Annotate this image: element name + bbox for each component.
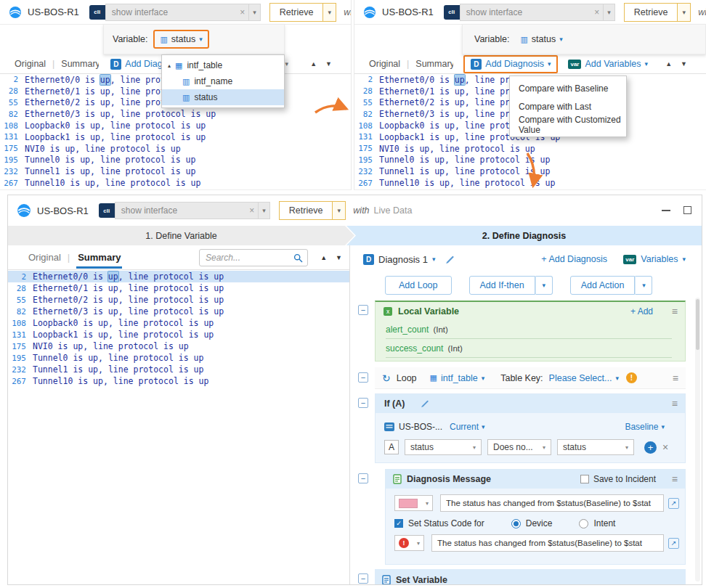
code-line[interactable]: 2Ethernet0/0 is up, line protocol is up <box>8 271 349 282</box>
scrollbar-thumb[interactable] <box>696 299 699 350</box>
menu-item[interactable]: Compare with Baseline <box>510 79 626 97</box>
code-line[interactable]: 195Tunnel0 is up, line protocol is up <box>0 155 351 166</box>
variable-select[interactable]: ▥ status ▾ <box>515 31 567 47</box>
add-variables-button[interactable]: var Add Variables ▾ <box>568 59 647 69</box>
add-action-caret-icon[interactable]: ▾ <box>635 276 652 295</box>
command-input[interactable]: show interface × ▾ <box>115 202 270 219</box>
code-line[interactable]: 108Loopback0 is up, line protocol is up <box>0 120 351 131</box>
collapse-icon[interactable]: − <box>358 305 368 315</box>
code-line[interactable]: 175NVI0 is up, line protocol is up <box>0 143 351 155</box>
right-operand-select[interactable]: status ▾ <box>557 439 634 455</box>
add-variable-link[interactable]: + Add <box>630 306 653 317</box>
code-line[interactable]: 267Tunnel10 is up, line protocol is up <box>8 375 349 387</box>
minimize-icon[interactable] <box>662 210 670 211</box>
loop-table-select[interactable]: ▦ intf_table ▾ <box>430 373 485 383</box>
retrieve-button[interactable]: Retrieve <box>269 3 324 22</box>
command-input[interactable]: show interface × ▾ <box>105 4 261 21</box>
code-line[interactable]: 175NVI0 is up, line protocol is up <box>354 143 706 155</box>
menu-item[interactable]: Compare with Last <box>510 97 626 115</box>
operator-select[interactable]: Does no... ▾ <box>487 439 551 455</box>
code-line[interactable]: 131Loopback1 is up, line protocol is up <box>0 131 351 143</box>
add-if-then-caret-icon[interactable]: ▾ <box>535 276 553 295</box>
collapse-icon[interactable]: − <box>358 398 368 408</box>
menu-handle-icon[interactable]: ≡ <box>672 399 678 409</box>
clear-icon[interactable]: × <box>246 205 258 216</box>
code-line[interactable]: 175NVI0 is up, line protocol is up <box>8 340 349 352</box>
variables-button[interactable]: var Variables ▾ <box>623 254 686 264</box>
next-match-icon[interactable]: ▼ <box>325 60 332 68</box>
tab-original[interactable]: Original <box>15 59 46 69</box>
step-define-diagnosis[interactable]: 2. Define Diagnosis <box>346 226 702 245</box>
maximize-icon[interactable] <box>683 206 691 214</box>
code-line[interactable]: 195Tunnel0 is up, line protocol is up <box>354 155 706 166</box>
add-variables-caret-icon[interactable]: ▾ <box>285 60 288 68</box>
code-line[interactable]: 232Tunnel1 is up, line protocol is up <box>8 364 349 375</box>
code-line[interactable]: 232Tunnel1 is up, line protocol is up <box>0 166 351 177</box>
variable-select[interactable]: ▥ status ▾ <box>153 30 208 49</box>
next-match-icon[interactable]: ▼ <box>681 60 687 68</box>
add-if-then-button[interactable]: Add If-then <box>469 276 535 295</box>
save-to-incident[interactable]: Save to Incident <box>580 474 656 484</box>
collapse-icon[interactable]: − <box>358 473 368 483</box>
code-line[interactable]: 55Ethernet0/2 is up, line protocol is up <box>8 294 349 306</box>
local-variable-row[interactable]: alert_count(Int) <box>386 320 672 339</box>
add-diagnosis-link[interactable]: + Add Diagnosis <box>541 254 607 264</box>
code-line[interactable]: 28Ethernet0/1 is up, line protocol is up <box>8 282 349 294</box>
retrieve-dropdown-caret[interactable]: ▾ <box>678 3 691 22</box>
tab-original[interactable]: Original <box>28 252 61 263</box>
menu-item[interactable]: Compare with Customized Value <box>510 115 626 134</box>
retrieve-dropdown-caret[interactable]: ▾ <box>333 201 346 220</box>
step-define-variable[interactable]: 1. Define Variable <box>8 226 354 245</box>
expand-editor-icon[interactable]: ↗ <box>668 538 679 549</box>
radio-intent[interactable] <box>579 519 588 528</box>
add-diagnosis-button[interactable]: D Add Diagnosis ▾ <box>463 55 558 73</box>
diagnosis-selector[interactable]: D Diagnosis 1 ▾ <box>363 254 435 265</box>
message-input[interactable]: The status has changed from $status(Base… <box>440 494 664 512</box>
chevron-down-icon[interactable]: ▾ <box>258 203 269 219</box>
left-operand-select[interactable]: status ▾ <box>405 439 482 455</box>
search-icon[interactable] <box>293 253 303 263</box>
code-line[interactable]: 108Loopback0 is up, line protocol is up <box>8 317 349 329</box>
code-line[interactable]: 82Ethernet0/3 is up, line protocol is up <box>8 306 349 317</box>
add-action-button[interactable]: Add Action <box>570 276 636 295</box>
edit-pencil-icon[interactable] <box>421 399 429 408</box>
save-to-incident-checkbox[interactable] <box>580 475 589 483</box>
chevron-down-icon[interactable]: ▾ <box>603 4 614 20</box>
variable-option-intf_table[interactable]: ▴▦intf_table <box>162 57 284 73</box>
left-mode-select[interactable]: Current ▾ <box>450 422 485 432</box>
code-line[interactable]: 82Ethernet0/3 is up, line protocol is up <box>0 108 351 120</box>
collapse-icon[interactable]: − <box>358 573 368 584</box>
command-input[interactable]: show interface × ▾ <box>460 4 615 21</box>
retrieve-button[interactable]: Retrieve <box>279 201 333 220</box>
clear-icon[interactable]: × <box>591 7 603 17</box>
code-line[interactable]: 267Tunnel10 is up, line protocol is up <box>354 177 706 189</box>
code-line[interactable]: 131Loopback1 is up, line protocol is up <box>8 329 349 340</box>
next-match-icon[interactable]: ▼ <box>336 254 342 261</box>
code-line[interactable]: 267Tunnel10 is up, line protocol is up <box>0 177 351 189</box>
expand-editor-icon[interactable]: ↗ <box>668 498 679 509</box>
search-input[interactable]: Search... <box>199 249 308 266</box>
menu-handle-icon[interactable]: ≡ <box>672 306 678 317</box>
remove-condition-icon[interactable]: × <box>662 441 668 453</box>
menu-handle-icon[interactable]: ≡ <box>673 373 678 383</box>
retrieve-button[interactable]: Retrieve <box>624 3 678 22</box>
tree-expander-icon[interactable]: ▴ <box>168 62 171 69</box>
collapse-icon[interactable]: − <box>358 372 368 383</box>
variable-option-status[interactable]: ▥status <box>162 89 284 105</box>
prev-match-icon[interactable]: ▲ <box>310 60 317 68</box>
edit-pencil-icon[interactable] <box>445 255 455 264</box>
retrieve-dropdown-caret[interactable]: ▾ <box>323 3 336 22</box>
scrollbar[interactable] <box>695 298 700 581</box>
radio-device[interactable] <box>511 519 521 528</box>
local-variable-row[interactable]: success_count(Int) <box>386 339 672 358</box>
table-key-select[interactable]: Please Select... ▾ <box>549 373 619 383</box>
add-loop-button[interactable]: Add Loop <box>385 276 452 295</box>
tab-original[interactable]: Original <box>369 59 400 69</box>
right-mode-select[interactable]: Baseline ▾ <box>625 422 665 432</box>
chevron-down-icon[interactable]: ▾ <box>248 4 260 20</box>
code-line[interactable]: 195Tunnel0 is up, line protocol is up <box>8 352 349 364</box>
add-condition-icon[interactable]: + <box>644 441 657 454</box>
severity-message-input[interactable]: The status has changed from $status(Base… <box>431 534 664 552</box>
menu-handle-icon[interactable]: ≡ <box>672 474 678 484</box>
tab-summary[interactable]: Summary <box>76 247 122 268</box>
